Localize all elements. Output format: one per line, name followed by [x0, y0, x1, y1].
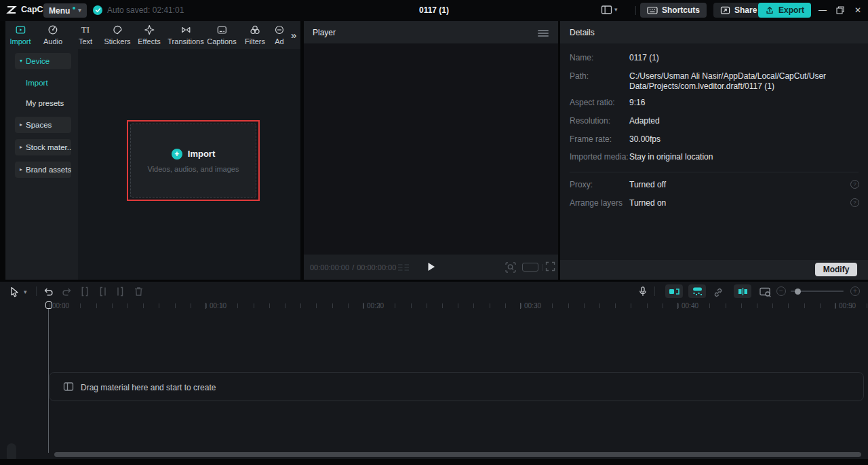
- row-label: Resolution:: [570, 116, 610, 126]
- share-label: Share: [734, 5, 757, 15]
- ruler-ticks: [49, 303, 868, 308]
- ruler-label: 00:50: [839, 302, 856, 310]
- sidebar-item-device[interactable]: ▾ Device: [15, 53, 71, 69]
- annotation-highlight-rect: [127, 120, 260, 201]
- timeline-zoom-slider[interactable]: [791, 291, 844, 292]
- transitions-icon: [180, 24, 191, 35]
- tab-label: Text: [79, 37, 92, 45]
- player-header: Player: [304, 21, 558, 43]
- filters-icon: [250, 24, 260, 35]
- adjust-icon: [275, 24, 284, 35]
- row-value: 30.00fps: [629, 134, 863, 145]
- tab-captions[interactable]: Captions: [207, 24, 236, 45]
- capcut-app: CapCut Menu ▾ Auto saved: 02:41:01 0117 …: [0, 0, 868, 465]
- zoom-in-icon[interactable]: +: [850, 286, 860, 296]
- toolbar-divider: [654, 286, 655, 296]
- export-label: Export: [778, 5, 804, 15]
- row-label: Imported media:: [570, 152, 629, 162]
- chevron-down-icon[interactable]: ▾: [24, 289, 27, 295]
- timecode-separator: /: [352, 263, 354, 272]
- sidebar-item-brand-assets[interactable]: ▸ Brand assets: [15, 162, 71, 178]
- share-button[interactable]: Share: [713, 3, 764, 18]
- preview-axis-icon[interactable]: [760, 287, 772, 297]
- import-tab-icon: [15, 24, 26, 35]
- timecode-current: 00:00:00:00: [310, 263, 349, 272]
- undo-icon[interactable]: [43, 286, 54, 297]
- timeline-ruler[interactable]: 00:00 00:10 00:20 00:30 00:40 00:50: [0, 301, 868, 312]
- bottom-strip: [0, 459, 868, 465]
- captions-icon: [216, 24, 227, 35]
- tab-stickers[interactable]: Stickers: [104, 24, 130, 45]
- auto-split-toggle[interactable]: [734, 284, 751, 298]
- row-value: C:/Users/Usman Ali Nasir/AppData/Local/C…: [629, 71, 863, 92]
- delete-left-icon[interactable]: [98, 286, 108, 297]
- timeline-panel: ▾: [0, 282, 868, 465]
- player-title: Player: [313, 28, 336, 37]
- play-button[interactable]: [427, 262, 435, 272]
- details-panel: Details Name: 0117 (1) Path: C:/Users/Us…: [560, 21, 868, 280]
- media-tabbar: Import Audio TI Text Stickers: [5, 21, 300, 49]
- fullscreen-icon[interactable]: [545, 261, 555, 272]
- tab-text[interactable]: TI Text: [79, 24, 92, 45]
- tab-transitions[interactable]: Transitions: [167, 24, 203, 45]
- horizontal-scrollbar[interactable]: [54, 452, 861, 457]
- hamburger-menu-icon[interactable]: [538, 30, 549, 38]
- tab-label: Captions: [207, 37, 236, 45]
- media-panel: Import Audio TI Text Stickers: [5, 21, 300, 280]
- timeline-empty-hint: Drag material here and start to create: [81, 383, 216, 392]
- trash-icon[interactable]: [133, 286, 144, 297]
- frame-grid-icon[interactable]: [397, 263, 410, 272]
- tab-label: Ad: [275, 37, 283, 45]
- row-value: Stay in original location: [629, 152, 863, 162]
- zoom-out-icon[interactable]: −: [776, 286, 786, 296]
- sidebar-item-stock-materials[interactable]: ▸ Stock mater...: [15, 139, 71, 155]
- row-value: Adapted: [629, 116, 863, 126]
- cursor-tool-icon[interactable]: [9, 286, 20, 297]
- info-icon[interactable]: ?: [850, 198, 859, 207]
- tab-label: Transitions: [167, 37, 203, 45]
- shortcuts-button[interactable]: Shortcuts: [640, 3, 707, 18]
- close-button[interactable]: ✕: [852, 4, 864, 16]
- player-panel: Player 00:00:00:00 / 00:00:00:00: [304, 21, 558, 280]
- sidebar-item-label: Stock mater...: [26, 143, 71, 151]
- ruler-label: 00:20: [367, 302, 384, 310]
- sidebar-item-my-presets[interactable]: My presets: [26, 99, 64, 107]
- tab-label: Audio: [43, 37, 62, 45]
- microphone-icon[interactable]: [637, 286, 648, 297]
- sidebar-item-import[interactable]: Import: [26, 79, 48, 87]
- split-icon[interactable]: [79, 286, 90, 297]
- minimize-button[interactable]: —: [816, 4, 829, 16]
- link-toggle[interactable]: [713, 287, 724, 298]
- restore-button[interactable]: [834, 4, 846, 16]
- main-track-magnet-toggle[interactable]: [688, 284, 706, 298]
- tab-filters[interactable]: Filters: [245, 24, 265, 45]
- effects-icon: [144, 24, 155, 35]
- row-label: Arrange layers: [570, 198, 623, 208]
- sidebar-item-spaces[interactable]: ▸ Spaces: [15, 117, 71, 133]
- sidebar-item-label: My presets: [26, 99, 64, 107]
- info-icon[interactable]: ?: [850, 180, 859, 189]
- sidebar-item-label: Spaces: [26, 121, 52, 129]
- fit-zoom-icon[interactable]: [505, 261, 517, 274]
- modify-button[interactable]: Modify: [815, 263, 857, 276]
- tab-import[interactable]: Import: [9, 24, 31, 45]
- workspace-layout-button[interactable]: ▾: [601, 5, 618, 15]
- tab-adjust-truncated[interactable]: Ad: [275, 24, 284, 45]
- export-button[interactable]: Export: [758, 3, 811, 18]
- tab-label: Filters: [245, 37, 265, 45]
- ruler-label: 00:30: [524, 302, 541, 310]
- stickers-icon: [112, 24, 123, 35]
- details-footer: Modify: [560, 260, 868, 280]
- tab-effects[interactable]: Effects: [138, 24, 160, 45]
- ratio-button[interactable]: [522, 263, 538, 272]
- slider-handle[interactable]: [795, 289, 801, 295]
- double-chevron-right-icon[interactable]: »: [291, 29, 295, 41]
- delete-right-icon[interactable]: [115, 286, 125, 297]
- track-drop-area[interactable]: Drag material here and start to create: [49, 372, 864, 401]
- export-icon: [765, 5, 774, 15]
- redo-icon[interactable]: [61, 286, 73, 297]
- snap-toggle[interactable]: [665, 284, 683, 298]
- tab-audio[interactable]: Audio: [43, 24, 62, 45]
- playhead-handle[interactable]: [45, 301, 52, 309]
- row-label: Path:: [570, 71, 589, 81]
